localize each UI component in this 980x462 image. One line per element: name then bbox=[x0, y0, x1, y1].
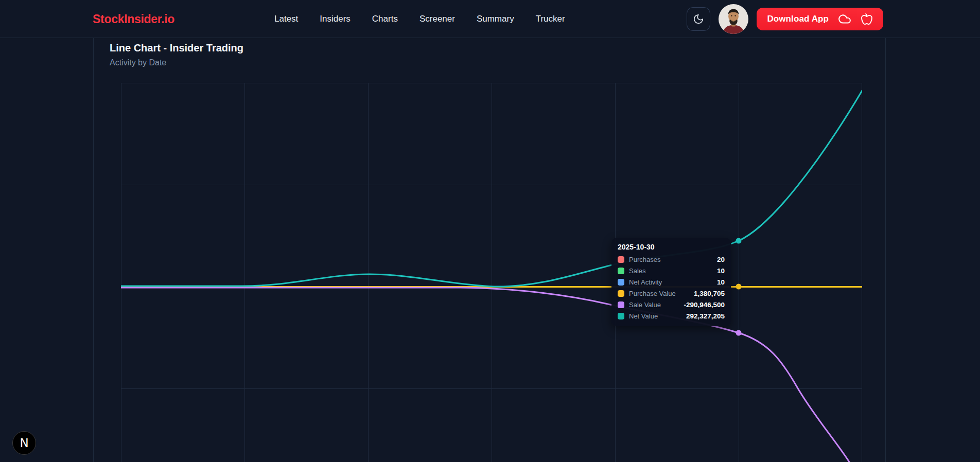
series-color-swatch bbox=[618, 301, 624, 308]
cloud-icon bbox=[838, 12, 851, 26]
chart-title: Line Chart - Insider Trading bbox=[110, 42, 243, 54]
brand-logo[interactable]: StockInsider.io bbox=[93, 0, 174, 38]
nav-item-latest[interactable]: Latest bbox=[274, 14, 298, 24]
series-color-swatch bbox=[618, 256, 624, 263]
chart-subtitle: Activity by Date bbox=[110, 58, 243, 67]
tooltip-row: Net Value292,327,205 bbox=[618, 310, 725, 322]
chart-card: Line Chart - Insider Trading Activity by… bbox=[93, 38, 886, 462]
sale-value-line bbox=[121, 288, 849, 462]
top-navigation-bar: StockInsider.io LatestInsidersChartsScre… bbox=[0, 0, 980, 38]
series-value: 1,380,705 bbox=[694, 290, 725, 297]
net-value-dot bbox=[736, 238, 742, 244]
series-label: Purchases bbox=[629, 256, 660, 263]
tooltip-row: Net Activity10 bbox=[618, 276, 725, 288]
apple-icon bbox=[861, 13, 873, 25]
series-label: Sale Value bbox=[629, 301, 661, 309]
download-app-button[interactable]: Download App bbox=[757, 8, 883, 30]
series-label: Net Activity bbox=[629, 278, 662, 286]
series-color-swatch bbox=[618, 268, 624, 274]
tooltip-row: Sale Value-290,946,500 bbox=[618, 299, 725, 310]
tooltip-date: 2025-10-30 bbox=[618, 243, 725, 251]
series-color-swatch bbox=[618, 279, 624, 286]
purchase-value-dot bbox=[736, 284, 742, 290]
series-value: 10 bbox=[717, 267, 725, 275]
tooltip-row: Sales10 bbox=[618, 265, 725, 276]
tooltip-row: Purchases20 bbox=[618, 254, 725, 265]
moon-icon bbox=[693, 13, 704, 25]
series-value: 20 bbox=[717, 256, 725, 263]
nav-item-trucker[interactable]: Trucker bbox=[536, 14, 565, 24]
line-chart-plot-area[interactable] bbox=[121, 83, 862, 462]
series-value: -290,946,500 bbox=[684, 301, 725, 309]
nav-item-screener[interactable]: Screener bbox=[419, 14, 455, 24]
chart-header: Line Chart - Insider Trading Activity by… bbox=[110, 42, 243, 67]
series-value: 292,327,205 bbox=[686, 312, 725, 320]
sale-value-dot bbox=[736, 330, 742, 336]
series-label: Purchase Value bbox=[629, 290, 676, 297]
series-value: 10 bbox=[717, 278, 725, 286]
main-nav: LatestInsidersChartsScreenerSummaryTruck… bbox=[274, 0, 565, 38]
series-label: Sales bbox=[629, 267, 646, 275]
tooltip-row: Purchase Value1,380,705 bbox=[618, 288, 725, 299]
nextjs-dev-badge[interactable]: N bbox=[12, 431, 36, 455]
series-color-swatch bbox=[618, 290, 624, 297]
chart-tooltip: 2025-10-30 Purchases20Sales10Net Activit… bbox=[611, 238, 731, 326]
series-color-swatch bbox=[618, 313, 624, 319]
series-label: Net Value bbox=[629, 312, 658, 320]
theme-toggle-button[interactable] bbox=[687, 7, 710, 31]
tooltip-rows: Purchases20Sales10Net Activity10Purchase… bbox=[618, 254, 725, 322]
chart-gridlines bbox=[121, 83, 862, 462]
nav-item-charts[interactable]: Charts bbox=[372, 14, 398, 24]
user-avatar[interactable] bbox=[719, 4, 748, 34]
line-chart-svg bbox=[121, 83, 862, 462]
nav-item-insiders[interactable]: Insiders bbox=[320, 14, 351, 24]
avatar-photo bbox=[719, 4, 748, 34]
nav-item-summary[interactable]: Summary bbox=[477, 14, 514, 24]
download-app-label: Download App bbox=[767, 14, 829, 24]
header-actions: Download App bbox=[687, 0, 883, 38]
